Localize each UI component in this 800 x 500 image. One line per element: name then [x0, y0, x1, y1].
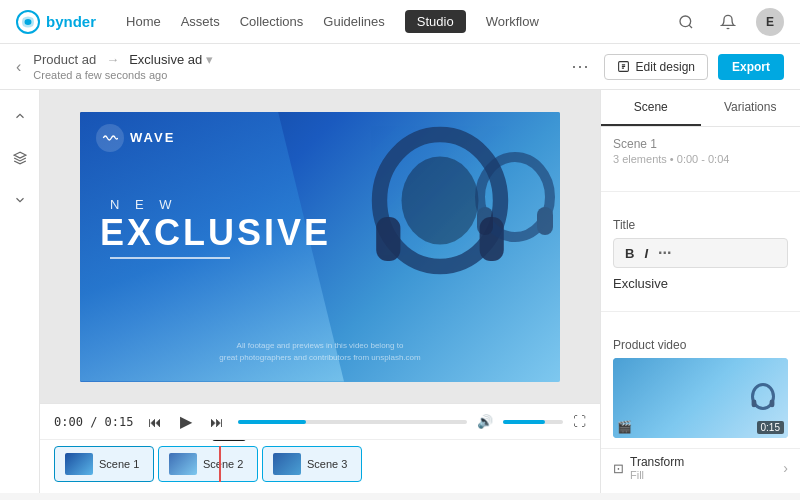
back-button[interactable]: ‹	[16, 58, 21, 76]
scene-1-thumbnail	[65, 453, 93, 475]
time-display: 0:00 / 0:15	[54, 415, 134, 429]
timeline-progress-bar[interactable]	[238, 420, 468, 424]
headphone-right	[465, 142, 560, 265]
canvas-area: WAVE N E W EXCLUSIVE All footage and pre…	[40, 90, 600, 493]
nav-guidelines[interactable]: Guidelines	[323, 10, 384, 33]
user-avatar[interactable]: E	[756, 8, 784, 36]
scene-2-label: Scene 2	[203, 458, 243, 470]
left-sidebar	[0, 90, 40, 493]
nav-home[interactable]: Home	[126, 10, 161, 33]
video-headphone-graphic	[748, 380, 778, 416]
design-canvas[interactable]: WAVE N E W EXCLUSIVE All footage and pre…	[80, 112, 560, 382]
nav-items: Home Assets Collections Guidelines Studi…	[126, 10, 652, 33]
bold-button[interactable]: B	[622, 245, 637, 262]
scene-2-thumbnail	[169, 453, 197, 475]
scene-track-3[interactable]: Scene 3	[262, 446, 362, 482]
volume-fill	[503, 420, 545, 424]
wave-logo-text: WAVE	[130, 130, 175, 145]
timeline-area: 0:00 / 0:15 ⏮ ▶ ⏭ 🔊 ⛶ 0:	[40, 403, 600, 493]
layers-icon[interactable]	[6, 144, 34, 172]
product-video-thumbnail[interactable]: 🎬 0:15	[613, 358, 788, 438]
current-breadcrumb[interactable]: Exclusive ad ▾	[129, 52, 213, 67]
edit-design-button[interactable]: Edit design	[604, 54, 708, 80]
volume-icon[interactable]: 🔊	[477, 414, 493, 429]
nav-studio[interactable]: Studio	[405, 10, 466, 33]
canvas-exclusive-text: EXCLUSIVE	[100, 212, 331, 254]
nav-workflow[interactable]: Workflow	[486, 10, 539, 33]
breadcrumb-meta: Product ad → Exclusive ad ▾ Created a fe…	[33, 52, 213, 81]
panel-tabs: Scene Variations	[601, 90, 800, 127]
wave-logo: WAVE	[96, 124, 175, 152]
svg-rect-14	[770, 400, 775, 408]
scene-info-section: Scene 1 3 elements • 0:00 - 0:04	[601, 127, 800, 183]
timeline-wrapper: 0:04 Scene 1 Scene 2 Scene	[54, 446, 586, 482]
transform-sub: Fill	[630, 469, 777, 481]
parent-breadcrumb[interactable]: Product ad	[33, 52, 96, 67]
export-button[interactable]: Export	[718, 54, 784, 80]
notifications-icon[interactable]	[714, 8, 742, 36]
canvas-divider	[110, 257, 230, 259]
breadcrumb-arrow: →	[106, 52, 119, 67]
transform-info: Transform Fill	[630, 455, 777, 481]
search-icon[interactable]	[672, 8, 700, 36]
wave-logo-icon	[96, 124, 124, 152]
skip-forward-button[interactable]: ⏭	[206, 412, 228, 432]
video-camera-icon: 🎬	[617, 420, 632, 434]
canvas-wrapper: WAVE N E W EXCLUSIVE All footage and pre…	[40, 90, 600, 403]
breadcrumb: ‹ Product ad → Exclusive ad ▾ Created a …	[16, 52, 572, 81]
play-pause-button[interactable]: ▶	[176, 410, 196, 433]
text-formatting-toolbar: B I ···	[613, 238, 788, 268]
svg-rect-13	[752, 400, 757, 408]
svg-point-1	[680, 16, 691, 27]
nav-right: E	[672, 8, 784, 36]
playhead-marker: 0:04	[212, 440, 246, 441]
svg-rect-10	[477, 207, 493, 235]
track-container: Scene 1 Scene 2 Scene 3	[54, 446, 586, 482]
product-video-section: Product video 🎬 0:15	[601, 320, 800, 448]
video-duration: 0:15	[757, 421, 784, 434]
svg-marker-4	[14, 152, 26, 158]
tab-scene[interactable]: Scene	[601, 90, 701, 126]
canvas-new-text: N E W	[110, 197, 178, 212]
created-timestamp: Created a few seconds ago	[33, 69, 213, 81]
nav-assets[interactable]: Assets	[181, 10, 220, 33]
right-panel: Scene Variations Scene 1 3 elements • 0:…	[600, 90, 800, 493]
timeline-progress-fill	[238, 420, 307, 424]
scene-meta: 3 elements • 0:00 - 0:04	[613, 153, 788, 165]
breadcrumb-actions: ··· Edit design Export	[572, 54, 784, 80]
collapse-icon[interactable]	[6, 102, 34, 130]
tab-variations[interactable]: Variations	[701, 90, 801, 126]
product-video-label: Product video	[613, 338, 788, 352]
main-layout: WAVE N E W EXCLUSIVE All footage and pre…	[0, 90, 800, 493]
italic-button[interactable]: I	[641, 245, 651, 262]
scene-title: Scene 1	[613, 137, 788, 151]
svg-rect-11	[537, 207, 553, 235]
transform-title: Transform	[630, 455, 777, 469]
bynder-logo-icon	[16, 10, 40, 34]
breadcrumb-bar: ‹ Product ad → Exclusive ad ▾ Created a …	[0, 44, 800, 90]
more-options-button[interactable]: ···	[572, 56, 590, 77]
timeline-controls: 0:00 / 0:15 ⏮ ▶ ⏭ 🔊 ⛶	[40, 404, 600, 440]
skip-back-button[interactable]: ⏮	[144, 412, 166, 432]
nav-collections[interactable]: Collections	[240, 10, 304, 33]
transform-row[interactable]: ⊡ Transform Fill ›	[601, 448, 800, 487]
title-section-label: Title	[613, 218, 788, 232]
more-text-options-button[interactable]: ···	[655, 243, 674, 263]
volume-bar[interactable]	[503, 420, 563, 424]
scene-track-1[interactable]: Scene 1	[54, 446, 154, 482]
title-value[interactable]: Exclusive	[613, 274, 788, 293]
dropdown-chevron: ▾	[206, 52, 213, 67]
fullscreen-button[interactable]: ⛶	[573, 414, 586, 429]
transform-icon: ⊡	[613, 461, 624, 476]
svg-line-2	[689, 25, 692, 28]
edit-design-icon	[617, 60, 630, 73]
title-section: Title B I ··· Exclusive	[601, 200, 800, 303]
divider-2	[601, 311, 800, 312]
scene-track-2[interactable]: Scene 2	[158, 446, 258, 482]
canvas-footer: All footage and previews in this video b…	[80, 340, 560, 364]
expand-icon[interactable]	[6, 186, 34, 214]
logo-text: bynder	[46, 13, 96, 30]
scene-1-label: Scene 1	[99, 458, 139, 470]
logo[interactable]: bynder	[16, 10, 96, 34]
scene-3-thumbnail	[273, 453, 301, 475]
